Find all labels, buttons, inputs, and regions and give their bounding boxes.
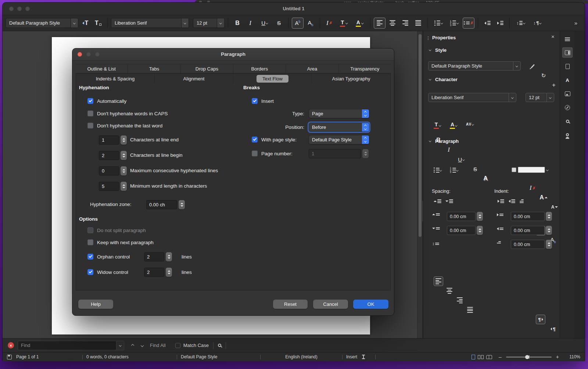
clear-formatting-button[interactable]: I✗ <box>323 18 335 29</box>
collapse-paragraph-section-icon[interactable] <box>429 140 431 142</box>
find-input[interactable] <box>18 341 116 350</box>
spacing-below-field[interactable]: 0.00 cm <box>447 226 476 235</box>
no-list-button[interactable]: ✗ <box>463 18 474 29</box>
tab-drop-caps[interactable]: Drop Caps <box>180 64 233 73</box>
clear-formatting-button[interactable]: I✗ <box>528 183 537 193</box>
close-sidebar-icon[interactable]: × <box>551 34 555 39</box>
numbered-list-button[interactable]: 123 <box>447 18 462 29</box>
align-left-button[interactable] <box>434 276 443 286</box>
spacing-above-stepper[interactable] <box>477 212 483 221</box>
vertical-scrollbar[interactable] <box>417 31 422 338</box>
paragraph-style-combo[interactable]: Default Paragraph Style <box>6 18 78 28</box>
align-justify-button[interactable] <box>465 305 475 315</box>
paragraph-background-color-button[interactable] <box>512 167 548 173</box>
save-icon[interactable] <box>7 355 12 359</box>
new-style-icon[interactable]: + <box>549 80 559 90</box>
font-size-combo[interactable]: 12 pt <box>193 18 225 28</box>
new-style-icon[interactable]: T <box>92 18 104 29</box>
chevron-down-icon[interactable] <box>509 93 516 102</box>
find-history-dropdown[interactable] <box>116 341 124 350</box>
find-all-button[interactable]: Find All <box>150 343 166 348</box>
page-count-status[interactable]: Page 1 of 1 <box>16 354 82 359</box>
indent-firstline-stepper[interactable] <box>546 240 552 249</box>
update-style-icon[interactable] <box>528 61 537 71</box>
background-color-well[interactable] <box>518 167 545 173</box>
sidebar-font-size-select[interactable]: 12 pt <box>526 93 554 102</box>
insert-break-checkbox[interactable] <box>252 98 258 104</box>
widow-lines-field[interactable]: 2 <box>144 268 164 277</box>
help-button[interactable]: Help <box>78 300 113 309</box>
tab-area[interactable]: Area <box>286 64 338 73</box>
with-page-style-checkbox[interactable] <box>252 137 258 142</box>
tab-indents-and-spacing[interactable]: Indents & Spacing <box>76 74 154 84</box>
sidebar-menu-icon[interactable] <box>562 34 573 44</box>
indent-after-stepper[interactable] <box>546 226 552 235</box>
increase-paragraph-spacing-icon[interactable] <box>434 199 441 203</box>
highlight-color-button[interactable]: A <box>450 122 457 129</box>
font-color-button[interactable]: T <box>336 18 351 29</box>
properties-deck-icon[interactable] <box>562 47 573 58</box>
update-style-icon[interactable]: T <box>79 18 91 29</box>
page-deck-icon[interactable] <box>562 61 573 72</box>
keep-with-next-checkbox[interactable] <box>87 239 93 245</box>
min-word-length-field[interactable]: 5 <box>99 182 119 191</box>
orphan-lines-stepper[interactable] <box>166 252 172 261</box>
chevron-down-icon[interactable] <box>217 18 224 28</box>
chevron-down-icon[interactable] <box>546 93 554 102</box>
bold-button[interactable]: B <box>232 18 243 29</box>
zoom-level[interactable]: 110% <box>565 354 580 359</box>
increase-indent-button[interactable] <box>494 18 506 29</box>
superscript-button[interactable]: Ab <box>292 18 304 29</box>
close-find-bar-icon[interactable]: × <box>8 342 14 348</box>
match-case-checkbox[interactable] <box>175 343 180 348</box>
min-word-length-stepper[interactable] <box>121 182 127 191</box>
cancel-button[interactable]: Cancel <box>313 300 348 309</box>
break-type-select[interactable]: Page <box>309 109 369 118</box>
dialog-titlebar[interactable]: Paragraph <box>72 48 394 61</box>
increase-indent-icon[interactable] <box>498 199 504 203</box>
collapse-style-section-icon[interactable] <box>429 48 431 51</box>
decrease-indent-icon[interactable] <box>509 199 515 203</box>
decrease-paragraph-spacing-icon[interactable] <box>445 199 453 203</box>
tab-tabs[interactable]: Tabs <box>128 64 180 73</box>
window-titlebar[interactable]: Untitled 1 <box>3 3 585 15</box>
shadow-button[interactable]: A <box>481 174 490 183</box>
automatically-checkbox[interactable] <box>87 98 93 104</box>
underline-button[interactable]: U <box>454 155 468 164</box>
strikethrough-button[interactable]: S <box>273 18 285 29</box>
ok-button[interactable]: OK <box>353 300 388 309</box>
drag-handle-icon[interactable] <box>428 36 429 40</box>
word-count-status[interactable]: 0 words, 0 characters <box>86 354 177 359</box>
indent-firstline-field[interactable]: 0.00 cm <box>511 240 545 249</box>
numbered-list-button[interactable]: 123 <box>450 167 458 173</box>
book-view-button[interactable] <box>486 355 492 359</box>
tab-asian-typography[interactable]: Asian Typography <box>312 74 390 84</box>
single-page-view-button[interactable] <box>472 355 475 359</box>
bullet-list-button[interactable] <box>431 18 446 29</box>
tab-outline-and-list[interactable]: Outline & List <box>75 64 128 73</box>
zoom-out-button[interactable]: – <box>498 354 502 360</box>
accessibility-check-deck-icon[interactable] <box>562 130 573 140</box>
gallery-deck-icon[interactable] <box>562 88 573 99</box>
scrollbar-thumb[interactable] <box>419 34 422 237</box>
hyphenation-zone-stepper[interactable] <box>179 200 185 209</box>
zoom-in-button[interactable]: + <box>555 354 560 360</box>
dont-hyphenate-caps-checkbox[interactable] <box>87 111 93 116</box>
highlight-color-button[interactable]: A <box>352 18 367 29</box>
refresh-style-icon[interactable]: ↻ <box>539 71 548 80</box>
page-style-select[interactable]: Default Page Style <box>309 135 369 144</box>
align-right-button[interactable] <box>455 296 465 305</box>
paragraph-spacing-button[interactable]: ↕¶ <box>530 18 545 29</box>
navigator-deck-icon[interactable] <box>562 102 573 113</box>
chars-line-begin-stepper[interactable] <box>121 151 127 160</box>
strikethrough-button[interactable]: S <box>470 164 480 174</box>
chars-line-end-stepper[interactable] <box>121 135 127 145</box>
widow-control-checkbox[interactable] <box>87 269 93 275</box>
line-spacing-button[interactable]: ↕ <box>513 18 528 29</box>
spacing-above-field[interactable]: 0.00 cm <box>447 212 476 221</box>
bullet-list-button[interactable] <box>434 167 442 173</box>
max-hyphenated-lines-stepper[interactable] <box>121 166 127 176</box>
selection-mode-icon[interactable] <box>363 355 364 359</box>
underline-button[interactable]: U <box>257 18 272 29</box>
max-hyphenated-lines-field[interactable]: 0 <box>99 166 119 176</box>
